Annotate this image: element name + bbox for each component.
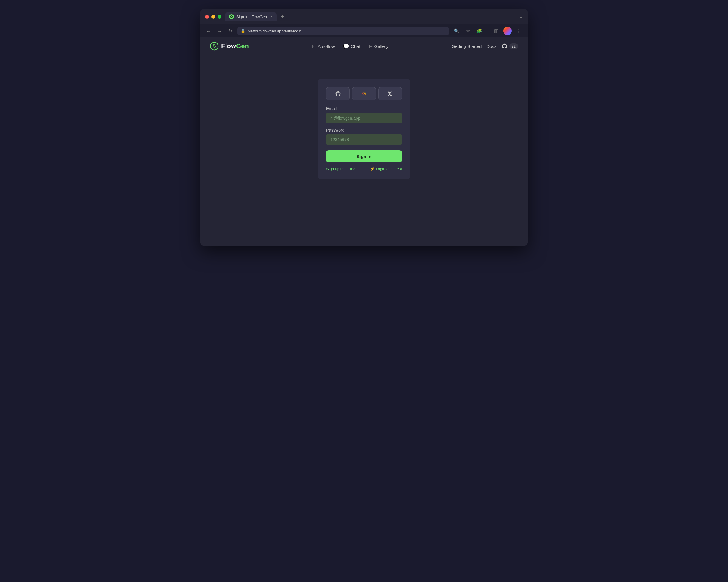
lock-icon: 🔒 [241,29,245,33]
forward-button[interactable]: → [216,27,223,34]
password-form-group: Password [326,128,402,145]
github-icon [501,43,508,49]
profile-avatar[interactable] [503,27,512,35]
nav-links: ⊡ Autoflow 💬 Chat ⊞ Gallery [312,44,388,49]
nav-chat[interactable]: 💬 Chat [343,44,360,49]
social-buttons: G [326,87,402,100]
tab-chevron-icon[interactable]: ⌄ [519,14,523,19]
email-label: Email [326,106,402,111]
browser-addressbar: ← → ↻ 🔒 platform.flowgen.app/auth/login … [200,24,528,37]
github-star-count: 22 [509,44,518,49]
chat-icon: 💬 [343,44,349,49]
login-card: G Email Password [318,79,410,179]
reload-button[interactable]: ↻ [227,27,234,34]
app-navbar: FlowGen ⊡ Autoflow 💬 Chat ⊞ Gallery Gett… [200,37,528,55]
url-text: platform.flowgen.app/auth/login [248,29,302,33]
docs-link[interactable]: Docs [486,44,496,49]
minimize-traffic-light[interactable] [211,15,215,19]
active-tab[interactable]: Sign In | FlowGen × [225,12,277,21]
extensions-button[interactable]: 🧩 [475,27,483,35]
getting-started-link[interactable]: Getting Started [451,44,482,49]
nav-gallery-label: Gallery [374,44,389,49]
github-signin-button[interactable] [326,87,350,100]
password-label: Password [326,128,402,132]
app-content: FlowGen ⊡ Autoflow 💬 Chat ⊞ Gallery Gett… [200,37,528,246]
email-form-group: Email [326,106,402,124]
tab-title: Sign In | FlowGen [236,15,267,19]
login-section: G Email Password [200,55,528,203]
x-signin-button[interactable] [378,87,402,100]
traffic-lights [205,15,222,19]
guest-link-text: Login as Guest [376,167,402,171]
logo-text: FlowGen [221,42,249,50]
github-link[interactable]: 22 [501,43,518,49]
maximize-traffic-light[interactable] [217,15,222,19]
nav-autoflow-label: Autoflow [317,44,335,49]
password-input[interactable] [326,134,402,145]
google-icon: G [362,91,366,97]
sidebar-button[interactable]: ▥ [492,27,500,35]
tab-bar: Sign In | FlowGen × + ⌄ [225,12,523,21]
guest-icon: ⚡ [370,167,375,171]
close-traffic-light[interactable] [205,15,209,19]
nav-chat-label: Chat [351,44,360,49]
x-social-icon [387,91,393,97]
back-button[interactable]: ← [205,27,212,34]
menu-button[interactable]: ⋮ [515,27,523,35]
tab-favicon [229,14,234,19]
bookmark-button[interactable]: ☆ [464,27,472,35]
tab-close-button[interactable]: × [270,15,272,19]
google-signin-button[interactable]: G [352,87,375,100]
separator [488,28,488,34]
autoflow-icon: ⊡ [312,44,316,49]
svg-point-2 [213,45,215,47]
flowgen-logo-icon [210,42,219,51]
form-footer: Sign up this Email ⚡ Login as Guest [326,167,402,171]
nav-autoflow[interactable]: ⊡ Autoflow [312,44,335,49]
new-tab-button[interactable]: + [279,13,286,21]
guest-login-link[interactable]: ⚡ Login as Guest [370,167,402,171]
search-button[interactable]: 🔍 [452,27,461,35]
address-bar[interactable]: 🔒 platform.flowgen.app/auth/login [237,27,449,35]
github-social-icon [335,91,341,97]
signin-button[interactable]: Sign In [326,150,402,162]
signup-link[interactable]: Sign up this Email [326,167,357,171]
browser-titlebar: Sign In | FlowGen × + ⌄ [200,9,528,24]
browser-actions: 🔍 ☆ 🧩 ▥ ⋮ [452,27,523,35]
app-logo[interactable]: FlowGen [210,42,249,51]
browser-window: Sign In | FlowGen × + ⌄ ← → ↻ 🔒 platform… [200,9,528,246]
nav-gallery[interactable]: ⊞ Gallery [369,44,389,49]
gallery-icon: ⊞ [369,44,373,49]
email-input[interactable] [326,113,402,124]
nav-right: Getting Started Docs 22 [451,43,518,49]
